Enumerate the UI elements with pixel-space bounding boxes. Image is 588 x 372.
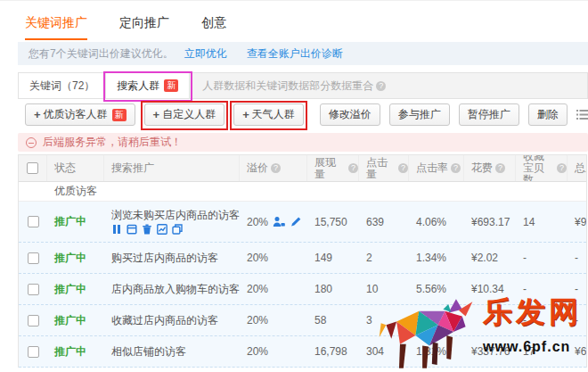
table-row: 推广中 店内商品放入购物车的访客 20% 180 10 5.56% ¥10.34…: [19, 274, 587, 305]
optimize-now-link[interactable]: 立即优化: [184, 46, 227, 62]
tab-keywords-label: 关键词（72）: [29, 79, 94, 94]
column-header-label: 点击量: [366, 157, 396, 180]
total-value: -: [568, 314, 587, 327]
info-icon[interactable]: [348, 163, 358, 173]
tab-hint: 人群数据和关键词数据部分数据重合: [202, 73, 386, 98]
delete-button[interactable]: 删除: [528, 103, 568, 126]
impressions-value: 149: [307, 252, 359, 264]
clicks-value: 639: [359, 216, 409, 228]
archive-icon[interactable]: [127, 224, 137, 235]
ctr-value: 5.56%: [409, 283, 464, 295]
table-row: 推广中 购买过店内商品的访客 20% 149 2 1.34% ¥2.02 - -: [19, 243, 587, 274]
column-header-label: 收藏宝贝数: [523, 155, 554, 181]
audience-icon[interactable]: [273, 216, 285, 227]
favorites-value: -: [516, 252, 568, 264]
plus-icon: +: [153, 108, 160, 121]
pause-icon[interactable]: [111, 224, 122, 235]
table-header-row: 状态搜索推广溢价展现量点击量点击率花费收藏宝贝数总成: [19, 155, 587, 182]
group-row: 优质访客: [19, 182, 587, 202]
clicks-value: 2: [359, 252, 409, 264]
info-icon[interactable]: [271, 163, 281, 173]
cost-value: ¥693.17: [464, 216, 516, 228]
tab-keywords[interactable]: 关键词（72）: [19, 73, 106, 98]
row-checkbox[interactable]: [28, 252, 39, 264]
info-icon[interactable]: [398, 163, 408, 173]
filter-list-icon: [576, 110, 588, 120]
new-badge: 新: [112, 109, 127, 121]
premium-cell: 20%: [240, 283, 307, 295]
trend-chart-icon[interactable]: [157, 224, 167, 235]
column-header-5[interactable]: 点击率: [409, 155, 464, 181]
premium-value: 20%: [247, 216, 268, 228]
nav-item-2[interactable]: 创意: [201, 15, 226, 38]
impressions-value: 15,750: [307, 216, 359, 228]
impressions-value: 16,798: [307, 345, 359, 358]
account-bid-diagnosis-link[interactable]: 查看全账户出价诊断: [247, 46, 343, 62]
table-row: 推广中 浏览未购买店内商品的访客 20% 15,750 639 4.06% ¥6…: [19, 202, 587, 243]
row-checkbox[interactable]: [28, 284, 39, 295]
row-checkbox[interactable]: [28, 216, 39, 227]
status-badge: 推广中: [47, 214, 104, 229]
header-checkbox-cell: [19, 155, 47, 181]
status-badge: 推广中: [47, 251, 104, 266]
nav-item-1[interactable]: 定向推广: [119, 15, 169, 38]
group-label: 优质访客: [54, 184, 97, 199]
impressions-value: 180: [307, 283, 359, 295]
table-row: 推广中 收藏过店内商品的访客 20% 58 3 5.17% - -: [19, 305, 587, 336]
join-promotion-button[interactable]: 参与推广: [389, 103, 450, 126]
tab-audience[interactable]: 搜索人群 新: [106, 73, 190, 98]
premium-value: 20%: [247, 314, 268, 327]
modify-premium-button[interactable]: 修改溢价: [320, 103, 380, 126]
premium-value: 20%: [247, 283, 268, 295]
add-custom-audience-button[interactable]: +自定义人群: [144, 103, 225, 126]
column-header-label: 溢价: [247, 162, 268, 174]
new-badge: 新: [164, 79, 178, 92]
plus-icon: +: [34, 108, 41, 121]
info-icon[interactable]: [557, 163, 567, 173]
edit-icon[interactable]: [290, 216, 302, 227]
plus-icon: +: [242, 108, 249, 121]
column-header-7[interactable]: 收藏宝贝数: [516, 155, 568, 181]
cost-value: ¥337.76: [464, 345, 516, 358]
column-header-2[interactable]: 溢价: [240, 155, 307, 181]
error-text: 后端服务异常，请稍后重试！: [43, 135, 182, 150]
row-checkbox[interactable]: [28, 315, 39, 327]
pause-promotion-button[interactable]: 暂停推广: [459, 103, 519, 126]
add-premium-visitor-audience-button[interactable]: +优质访客人群新: [25, 103, 135, 126]
audience-name[interactable]: 浏览未购买店内商品的访客: [111, 209, 240, 222]
copy-icon[interactable]: [172, 224, 183, 235]
info-icon[interactable]: [495, 163, 505, 173]
nav-item-0[interactable]: 关键词推广: [25, 15, 87, 40]
column-header-6[interactable]: 花费: [464, 155, 516, 181]
button-label: 天气人群: [252, 107, 295, 122]
audience-name[interactable]: 收藏过店内商品的访客: [111, 314, 218, 327]
status-badge: 推广中: [47, 344, 104, 360]
button-label: 参与推广: [398, 107, 441, 122]
clicks-value: 3: [359, 314, 409, 327]
toolbar: +优质访客人群新+自定义人群+天气人群修改溢价参与推广暂停推广删除 细分条件： …: [18, 99, 588, 130]
info-icon[interactable]: [376, 81, 386, 91]
column-header-label: 总成: [575, 162, 587, 174]
audience-name[interactable]: 相似店铺的访客: [111, 345, 186, 359]
column-header-8[interactable]: 总成: [568, 155, 587, 181]
cost-value: ¥2.02: [464, 252, 516, 264]
column-header-1[interactable]: 搜索推广: [104, 155, 240, 181]
column-header-4[interactable]: 点击量: [359, 155, 409, 181]
column-header-3[interactable]: 展现量: [307, 155, 359, 181]
row-checkbox[interactable]: [28, 346, 39, 358]
audience-name[interactable]: 店内商品放入购物车的访客: [111, 283, 240, 296]
cost-value: ¥10.34: [464, 283, 516, 295]
premium-value: 20%: [247, 345, 268, 358]
select-all-checkbox[interactable]: [27, 162, 38, 174]
toolbar-left: +优质访客人群新+自定义人群+天气人群修改溢价参与推广暂停推广删除: [25, 103, 576, 126]
column-header-label: 花费: [471, 162, 493, 174]
delete-icon[interactable]: [142, 224, 152, 235]
tab-audience-label: 搜索人群: [117, 79, 159, 94]
total-value: ¥9: [568, 216, 587, 228]
column-header-0[interactable]: 状态: [47, 155, 104, 181]
button-label: 优质访客人群: [44, 107, 108, 122]
info-icon[interactable]: [451, 163, 461, 173]
status-badge: 推广中: [47, 313, 104, 328]
add-weather-audience-button[interactable]: +天气人群: [233, 103, 304, 126]
audience-name[interactable]: 购买过店内商品的访客: [111, 252, 218, 265]
